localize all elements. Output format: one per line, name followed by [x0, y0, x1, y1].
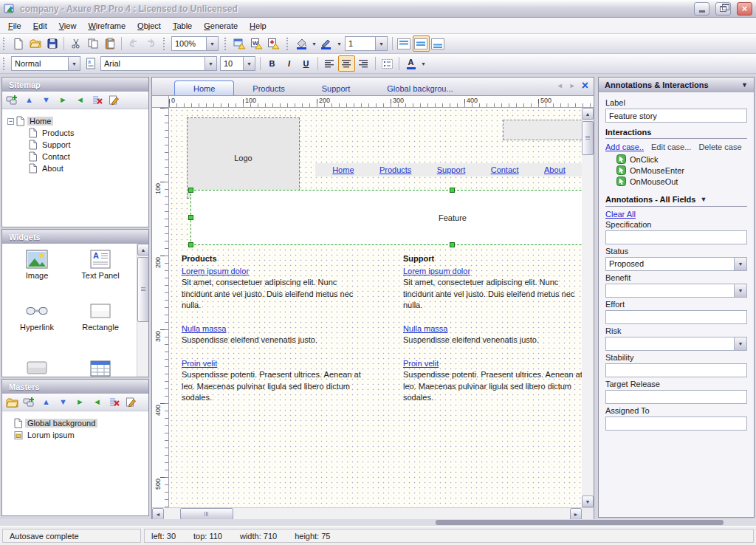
chevron-down-icon[interactable]: ▼	[375, 37, 387, 50]
section-link[interactable]: Proin velit	[403, 359, 439, 368]
indent-button[interactable]: ►	[55, 93, 71, 108]
tab-scroll-left-icon[interactable]: ◄	[557, 82, 563, 89]
support-column-widget[interactable]: Support Lorem ipsum dolor Sit amet, cons…	[403, 253, 582, 404]
widget-button[interactable]	[7, 360, 67, 377]
benefit-select[interactable]: ▼	[605, 284, 747, 298]
scroll-up-icon[interactable]: ▲	[137, 244, 149, 256]
menu-table[interactable]: Table	[167, 19, 198, 32]
clear-all-link[interactable]: Clear All	[605, 210, 636, 219]
close-tab-icon[interactable]: ×	[582, 80, 588, 91]
minimize-button[interactable]	[694, 2, 709, 16]
outdent-button[interactable]: ◄	[72, 93, 88, 108]
italic-button[interactable]: I	[281, 55, 298, 72]
move-down-button[interactable]: ▼	[55, 395, 71, 410]
nav-link-support[interactable]: Support	[437, 165, 466, 174]
design-canvas[interactable]: Logo Home Products Support Contact About…	[169, 108, 582, 507]
copy-button[interactable]	[84, 35, 101, 52]
scroll-up-icon[interactable]: ▲	[582, 108, 594, 120]
resize-handle[interactable]	[188, 242, 193, 247]
move-down-button[interactable]: ▼	[38, 93, 54, 108]
zoom-combo[interactable]: 100% ▼	[171, 36, 219, 51]
close-button[interactable]: ×	[737, 2, 752, 16]
menu-help[interactable]: Help	[244, 19, 272, 32]
indent-button[interactable]: ►	[72, 395, 88, 410]
master-item-lorum-ipsum[interactable]: Lorum ipsum	[14, 429, 147, 441]
effort-input[interactable]	[605, 310, 747, 324]
menu-generate[interactable]: Generate	[198, 19, 244, 32]
collapse-icon[interactable]: −	[7, 118, 14, 125]
resize-handle[interactable]	[450, 242, 455, 247]
new-button[interactable]	[10, 35, 27, 52]
underline-button[interactable]: U	[298, 55, 315, 72]
bold-button[interactable]: B	[264, 55, 281, 72]
generate-html-button[interactable]	[231, 35, 248, 52]
redo-button[interactable]	[142, 35, 159, 52]
chevron-down-icon[interactable]: ▼	[734, 337, 746, 350]
annotations-header[interactable]: Annotations & Interactions ▼	[599, 78, 754, 92]
delete-master-button[interactable]	[106, 395, 122, 410]
canvas-horizontal-scrollbar[interactable]: ◄ ►	[152, 507, 594, 520]
canvas-vertical-scrollbar[interactable]: ▲ ▼	[582, 108, 594, 507]
section-link[interactable]: Lorem ipsum dolor	[403, 267, 470, 275]
style-combo[interactable]: Normal ▼	[11, 56, 80, 71]
feature-widget-selected[interactable]: Feature	[190, 190, 582, 245]
cut-button[interactable]	[67, 35, 84, 52]
tab-global-background[interactable]: Global backgrou...	[368, 81, 471, 95]
move-up-button[interactable]: ▲	[38, 395, 54, 410]
section-link[interactable]: Nulla massa	[403, 324, 448, 333]
tab-support[interactable]: Support	[303, 81, 369, 95]
assigned-to-input[interactable]	[605, 417, 747, 431]
chevron-down-icon[interactable]: ▼	[206, 37, 218, 50]
menu-object[interactable]: Object	[131, 19, 167, 32]
section-link[interactable]: Nulla massa	[182, 324, 227, 333]
font-color-button[interactable]: A	[402, 55, 419, 72]
edit-master-button[interactable]	[123, 395, 139, 410]
tree-item-products[interactable]: Products	[29, 127, 147, 139]
stability-input[interactable]	[605, 363, 747, 377]
fill-color-dropdown-icon[interactable]: ▼	[312, 41, 317, 47]
specification-input[interactable]	[605, 230, 747, 244]
scrollbar-thumb[interactable]	[582, 121, 594, 155]
products-column-widget[interactable]: Products Lorem ipsum dolor Sit amet, con…	[182, 253, 361, 416]
nav-link-products[interactable]: Products	[379, 165, 411, 174]
section-link[interactable]: Proin velit	[182, 359, 217, 368]
delete-case-link[interactable]: Delete case	[698, 143, 741, 151]
chevron-down-icon[interactable]: ▼	[734, 284, 746, 297]
valign-top-button[interactable]	[396, 35, 413, 52]
valign-bottom-button[interactable]	[430, 35, 447, 52]
add-page-button[interactable]	[4, 93, 20, 108]
delete-page-button[interactable]	[89, 93, 105, 108]
font-family-combo[interactable]: Arial ▼	[100, 56, 217, 71]
scroll-down-icon[interactable]: ▼	[582, 496, 594, 507]
line-color-dropdown-icon[interactable]: ▼	[337, 41, 342, 47]
scroll-left-icon[interactable]: ◄	[152, 508, 164, 520]
nav-link-about[interactable]: About	[544, 165, 566, 174]
restore-button[interactable]	[715, 2, 731, 16]
tab-products[interactable]: Products	[234, 81, 303, 95]
move-up-button[interactable]: ▲	[21, 93, 37, 108]
scrollbar-track[interactable]	[582, 120, 594, 496]
site-nav-widget[interactable]: Home Products Support Contact About	[315, 163, 582, 176]
generate-word-button[interactable]: W	[248, 35, 265, 52]
search-field-widget[interactable]	[503, 120, 582, 140]
widget-rectangle[interactable]: Rectangle	[70, 301, 131, 332]
edit-page-button[interactable]	[106, 93, 122, 108]
target-release-input[interactable]	[605, 390, 747, 404]
scroll-right-icon[interactable]: ►	[570, 508, 582, 520]
menu-file[interactable]: File	[2, 19, 27, 32]
tab-home[interactable]: Home	[174, 80, 234, 95]
all-fields-heading[interactable]: Annotations - All Fields ▼	[605, 195, 747, 207]
widget-text-panel[interactable]: A Text Panel	[70, 250, 131, 280]
menu-wireframe[interactable]: Wireframe	[82, 19, 131, 32]
align-left-button[interactable]	[321, 55, 338, 72]
undo-button[interactable]	[125, 35, 142, 52]
widget-table[interactable]	[70, 360, 131, 377]
align-center-button[interactable]	[338, 55, 355, 72]
menu-edit[interactable]: Edit	[27, 19, 53, 32]
resize-handle[interactable]	[450, 188, 455, 193]
risk-select[interactable]: ▼	[605, 337, 747, 351]
status-select[interactable]: Proposed ▼	[605, 257, 747, 271]
widgets-scrollbar[interactable]: ▲ ▼	[137, 244, 148, 377]
tree-item-contact[interactable]: Contact	[29, 151, 147, 162]
tree-item-home[interactable]: − Home	[4, 115, 147, 127]
